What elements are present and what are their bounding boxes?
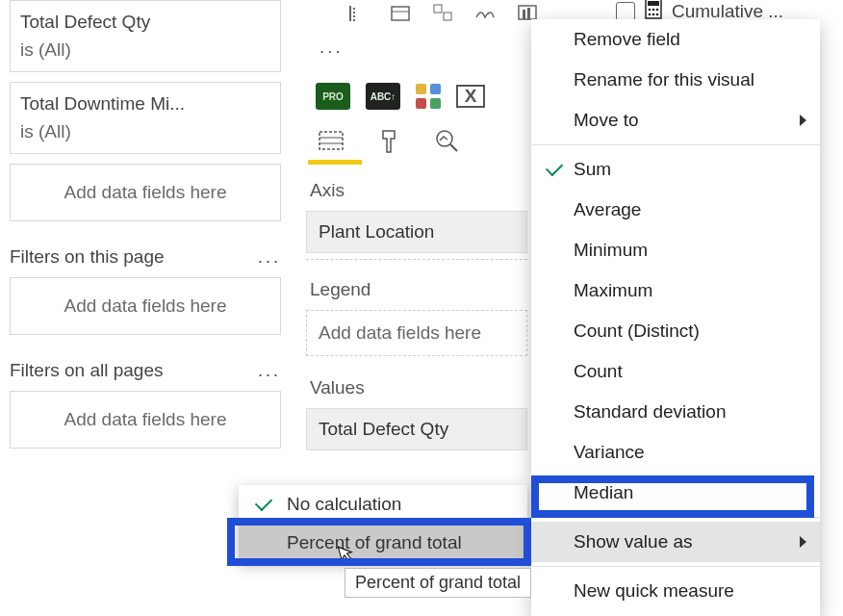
viz-gallery-more-icon[interactable]: ... bbox=[306, 37, 527, 58]
viz-icon[interactable] bbox=[431, 2, 454, 31]
menu-item-sum[interactable]: Sum bbox=[531, 149, 820, 190]
filters-allpages-label: Filters on all pages bbox=[10, 360, 163, 381]
menu-item-count[interactable]: Count bbox=[531, 351, 820, 392]
svg-rect-7 bbox=[319, 132, 343, 149]
active-tab-underline bbox=[308, 160, 362, 165]
menu-separator bbox=[531, 144, 820, 145]
filters-page-header: Filters on this page ... bbox=[10, 246, 281, 268]
menu-separator bbox=[531, 566, 820, 567]
svg-rect-2 bbox=[434, 5, 442, 13]
viz-icon[interactable] bbox=[389, 2, 412, 31]
menu-item-move-to[interactable]: Move to bbox=[531, 100, 820, 141]
filters-allpages-dropzone[interactable]: Add data fields here bbox=[10, 391, 281, 449]
menu-item-minimum[interactable]: Minimum bbox=[531, 230, 820, 270]
menu-separator bbox=[531, 517, 820, 518]
svg-rect-0 bbox=[392, 7, 409, 20]
svg-point-10 bbox=[437, 131, 452, 146]
svg-point-17 bbox=[649, 13, 651, 16]
filters-visual-dropzone[interactable]: Add data fields here bbox=[10, 164, 281, 221]
filters-page-more-icon[interactable]: ... bbox=[258, 247, 281, 268]
custom-visuals-row: PRO ABC↑ X bbox=[306, 58, 527, 119]
chevron-right-icon bbox=[800, 115, 806, 126]
submenu-item-no-calculation[interactable]: No calculation bbox=[239, 485, 527, 524]
axis-field-plant-location[interactable]: Plant Location bbox=[306, 211, 527, 253]
fields-tab-icon[interactable] bbox=[316, 125, 346, 156]
svg-point-16 bbox=[656, 9, 659, 12]
chevron-right-icon bbox=[800, 536, 806, 548]
filters-page-label: Filters on this page bbox=[10, 246, 165, 268]
powerbi-panels: Total Defect Qty is (All) Total Downtime… bbox=[0, 0, 843, 616]
viz-icon[interactable] bbox=[473, 2, 497, 31]
show-value-as-submenu: No calculation Percent of grand total bbox=[239, 485, 527, 562]
svg-line-11 bbox=[450, 144, 457, 151]
values-field-total-defect-qty[interactable]: Total Defect Qty bbox=[306, 408, 527, 450]
menu-item-label: Show value as bbox=[574, 531, 693, 552]
filter-card-condition: is (All) bbox=[20, 118, 270, 146]
values-well-label: Values bbox=[306, 372, 527, 408]
filter-card-downtime[interactable]: Total Downtime Mi... is (All) bbox=[10, 82, 281, 154]
menu-item-remove-field[interactable]: Remove field bbox=[531, 19, 820, 60]
custom-visual-remove[interactable]: X bbox=[456, 85, 485, 108]
menu-item-variance[interactable]: Variance bbox=[531, 432, 820, 473]
viz-toolbar bbox=[306, 0, 527, 37]
menu-item-count-distinct[interactable]: Count (Distinct) bbox=[531, 311, 820, 351]
custom-visual-pro[interactable]: PRO bbox=[316, 83, 350, 110]
menu-item-new-quick-measure[interactable]: New quick measure bbox=[531, 571, 820, 611]
filters-allpages-more-icon[interactable]: ... bbox=[258, 361, 281, 381]
format-tab-icon[interactable] bbox=[373, 125, 404, 156]
custom-visual-abc[interactable]: ABC↑ bbox=[366, 83, 400, 110]
filters-allpages-header: Filters on all pages ... bbox=[10, 360, 281, 381]
filter-card-title: Total Downtime Mi... bbox=[20, 90, 270, 118]
checkbox-icon[interactable] bbox=[616, 2, 635, 21]
field-context-menu: Remove field Rename for this visual Move… bbox=[531, 19, 820, 616]
axis-well-label: Axis bbox=[306, 174, 527, 211]
menu-item-maximum[interactable]: Maximum bbox=[531, 270, 820, 311]
filter-card-condition: is (All) bbox=[20, 37, 270, 64]
svg-point-14 bbox=[649, 9, 651, 12]
svg-rect-6 bbox=[527, 8, 530, 19]
filter-card-title: Total Defect Qty bbox=[20, 9, 270, 37]
svg-rect-5 bbox=[523, 10, 525, 19]
axis-drop-divider bbox=[306, 259, 527, 260]
menu-item-show-value-as[interactable]: Show value as bbox=[531, 522, 820, 562]
svg-rect-13 bbox=[648, 1, 659, 6]
menu-item-rename[interactable]: Rename for this visual bbox=[531, 60, 820, 100]
custom-visual-squares[interactable] bbox=[416, 84, 441, 109]
menu-item-median[interactable]: Median bbox=[531, 473, 820, 513]
svg-point-15 bbox=[652, 9, 655, 12]
viz-icon[interactable] bbox=[346, 2, 370, 31]
tooltip: Percent of grand total bbox=[345, 568, 531, 598]
filter-card-defect-qty[interactable]: Total Defect Qty is (All) bbox=[10, 0, 281, 72]
menu-item-label: Move to bbox=[574, 110, 639, 131]
legend-dropzone[interactable]: Add data fields here bbox=[306, 310, 527, 356]
svg-point-18 bbox=[652, 13, 655, 16]
filters-page-dropzone[interactable]: Add data fields here bbox=[10, 277, 281, 335]
visual-tabs bbox=[306, 119, 527, 156]
legend-well-label: Legend bbox=[306, 273, 527, 310]
analytics-tab-icon[interactable] bbox=[431, 125, 462, 156]
svg-point-19 bbox=[656, 13, 659, 16]
menu-item-average[interactable]: Average bbox=[531, 190, 820, 230]
submenu-item-percent-grand-total[interactable]: Percent of grand total bbox=[239, 524, 527, 562]
svg-rect-3 bbox=[444, 13, 451, 20]
menu-item-stddev[interactable]: Standard deviation bbox=[531, 392, 820, 432]
